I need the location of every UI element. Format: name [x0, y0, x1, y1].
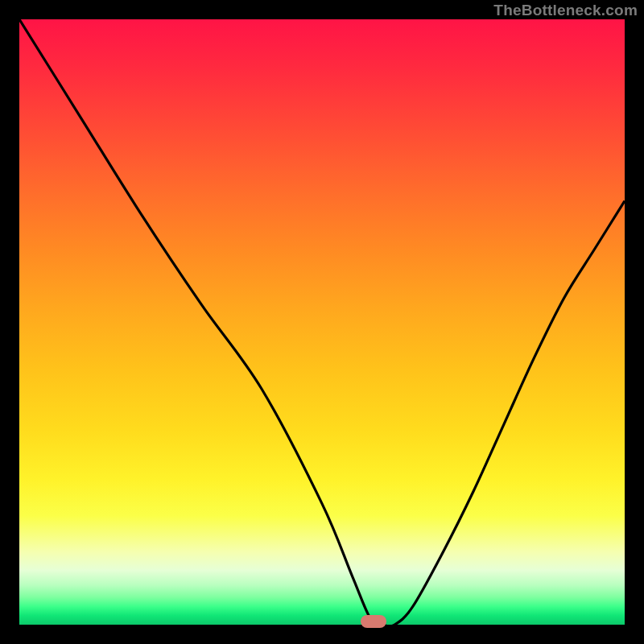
min-marker: [361, 615, 386, 628]
plot-area: [19, 19, 625, 625]
watermark-text: TheBottleneck.com: [493, 2, 638, 19]
chart-frame: TheBottleneck.com: [0, 0, 644, 644]
bottleneck-curve: [19, 19, 625, 625]
